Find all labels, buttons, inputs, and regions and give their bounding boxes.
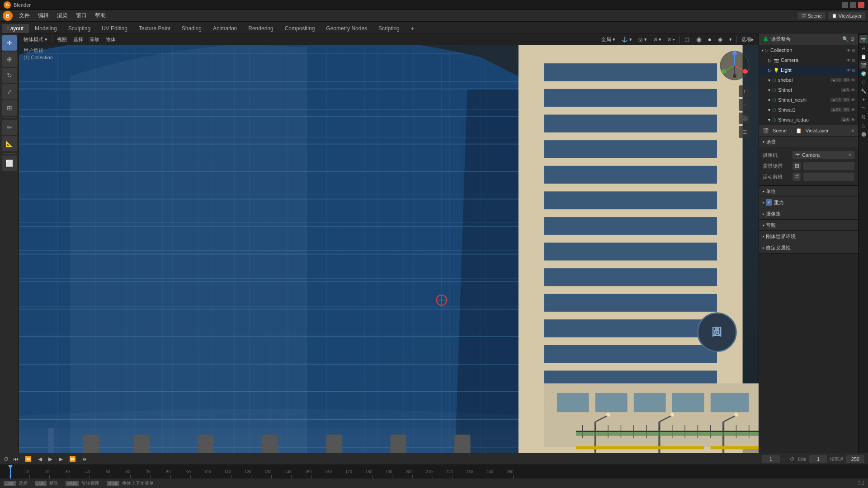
outliner-item-shinei[interactable]: ▾ ⬡ Shinei ▲3 👁 <box>759 85 858 95</box>
start-frame-input[interactable]: 1 <box>809 455 827 463</box>
end-frame-input[interactable]: 250 <box>846 455 864 463</box>
eye-icon[interactable]: 👁 <box>846 48 851 53</box>
jump-start-btn[interactable]: ⏮ <box>11 455 20 463</box>
audio-header[interactable]: ▸ 音频 <box>759 220 858 230</box>
output-props-icon[interactable]: 🖨 <box>859 44 868 52</box>
light-render-icon[interactable]: ⊙ <box>852 68 855 73</box>
collections-header[interactable]: ▸ 摄像集 <box>759 208 858 219</box>
tab-shading[interactable]: Shading <box>176 24 207 33</box>
next-frame-btn[interactable]: ▶ <box>57 455 65 463</box>
select-menu-btn[interactable]: 选择 <box>71 35 86 44</box>
shiwai-jiedao-eye-icon[interactable]: 👁 <box>851 117 855 122</box>
outliner-item-shinei-neshi[interactable]: ▾ ⬡ Shinei_neshi ▲12 99 👁 <box>759 95 858 105</box>
add-cube-tool[interactable]: ⬜ <box>2 155 17 171</box>
nav-gizmo[interactable]: Z X Y <box>719 50 750 81</box>
add-menu-btn[interactable]: 添加 <box>87 35 102 44</box>
blender-menu-icon[interactable]: B <box>3 11 13 21</box>
object-props-icon[interactable]: ⬡ <box>859 78 868 86</box>
fly-mode-btn[interactable]: ⊡ <box>739 126 750 138</box>
material-props-icon[interactable]: ⬤ <box>859 130 868 138</box>
camera-eye-icon[interactable]: 👁 <box>846 58 851 63</box>
active-clip-value[interactable] <box>803 173 854 181</box>
view-layer-props-icon[interactable]: 📋 <box>859 52 868 61</box>
next-keyframe-btn[interactable]: ⏩ <box>67 455 78 463</box>
global-select-dropdown[interactable]: 全局 ▾ <box>599 35 618 44</box>
proportional-edit-btn[interactable]: ◎ ▾ <box>636 36 650 43</box>
view-menu-btn[interactable]: 视图 <box>54 35 70 44</box>
rigid-world-header[interactable]: ▸ 刚体世界环境 <box>759 231 858 242</box>
outliner-item-shiwai1[interactable]: ▾ ⬡ Shiwai1 ▲21 99 👁 <box>759 105 858 115</box>
outliner-item-camera[interactable]: ▷ 📷 Camera 👁 ⊙ <box>759 55 858 65</box>
cursor-tool[interactable]: ✛ <box>2 35 17 51</box>
current-frame-input[interactable]: 1 <box>762 455 780 463</box>
transform-pivot-btn[interactable]: ⊙ ▾ <box>651 36 664 43</box>
shinei-neshi-eye-icon[interactable]: 👁 <box>851 98 855 103</box>
prev-keyframe-btn[interactable]: ⏪ <box>23 455 33 463</box>
maximize-btn[interactable] <box>850 2 856 8</box>
camera-view-btn[interactable]: 🎥 <box>739 113 750 124</box>
menu-item-file[interactable]: 文件 <box>15 11 33 20</box>
background-icon-btn[interactable]: 🖼 <box>793 162 801 170</box>
transform-orient-btn[interactable]: ⧄ ▾ <box>665 36 677 43</box>
camera-value-close[interactable]: ✕ <box>848 153 852 157</box>
outliner-filter-icon2[interactable]: ⊙ <box>850 36 854 42</box>
play-btn[interactable]: ▶ <box>47 455 54 463</box>
tab-sculpting[interactable]: Sculpting <box>63 24 96 33</box>
custom-props-header[interactable]: ▸ 自定义属性 <box>759 242 858 253</box>
gravity-header[interactable]: ▸ ✓ 重力 <box>759 197 858 208</box>
tab-scripting[interactable]: Scripting <box>373 24 405 33</box>
viewlayer-selector[interactable]: 📋 ViewLayer <box>828 12 865 19</box>
render-props-icon[interactable]: 📷 <box>859 35 868 43</box>
particle-props-icon[interactable]: ✦ <box>859 95 868 103</box>
render-icon[interactable]: ⊙ <box>852 48 855 53</box>
scene-props-icon[interactable]: 🎬 <box>859 61 868 69</box>
solid-mode-btn[interactable]: ◉ <box>693 35 704 44</box>
tab-compositing[interactable]: Compositing <box>279 24 321 33</box>
options-btn[interactable]: 选项▸ <box>739 35 757 44</box>
menu-item-edit[interactable]: 编辑 <box>34 11 52 20</box>
tab-modeling[interactable]: Modeling <box>29 24 62 33</box>
tab-animation[interactable]: Animation <box>208 24 242 33</box>
tab-uv-editing[interactable]: UV Editing <box>96 24 133 33</box>
scene-section-header[interactable]: ▾ 场景 <box>759 136 858 147</box>
outliner-item-shebei[interactable]: ▾ ⬡ shebei ▲12 30 👁 <box>759 75 858 85</box>
shading-options-btn[interactable]: ▾ <box>726 36 735 43</box>
close-viewlayer-btn[interactable]: ✕ <box>851 128 854 133</box>
units-header[interactable]: ▸ 单位 <box>759 186 858 197</box>
add-workspace-btn[interactable]: + <box>406 24 420 33</box>
light-eye-icon[interactable]: 👁 <box>846 68 851 73</box>
wire-mode-btn[interactable]: ◻ <box>682 35 693 44</box>
outliner-item-collection[interactable]: ▾ ▷ Collection 👁 ⊙ <box>759 45 858 55</box>
data-props-icon[interactable]: △ <box>859 121 868 129</box>
background-value[interactable] <box>803 162 854 170</box>
menu-item-render[interactable]: 渲染 <box>53 11 71 20</box>
camera-prop-value[interactable]: 📷 Camera ✕ <box>793 151 854 159</box>
tab-geometry-nodes[interactable]: Geometry Nodes <box>321 24 373 33</box>
world-props-icon[interactable]: 🌍 <box>859 70 868 78</box>
outliner-filter-icon[interactable]: 🔍 <box>842 36 849 42</box>
snap-dropdown[interactable]: ⚓ ▾ <box>619 36 635 43</box>
tab-layout[interactable]: Layout <box>2 24 29 33</box>
constraints-props-icon[interactable]: ⛓ <box>859 113 868 121</box>
fps-btn[interactable]: ⏱ <box>790 456 795 462</box>
outliner-item-shiwai-jiedao[interactable]: ▾ ⬡ Shiwai_jiedao ▲6 👁 <box>759 115 858 125</box>
zoom-out-btn[interactable]: − <box>739 99 750 111</box>
menu-item-window[interactable]: 窗口 <box>72 11 90 20</box>
zoom-in-btn[interactable]: + <box>739 85 750 97</box>
gravity-checkbox[interactable]: ✓ <box>766 199 772 206</box>
close-btn[interactable] <box>858 2 864 8</box>
object-menu-btn[interactable]: 物体 <box>103 35 118 44</box>
prev-frame-btn[interactable]: ◀ <box>36 455 44 463</box>
measure-tool[interactable]: 📐 <box>2 136 17 151</box>
shiwai1-eye-icon[interactable]: 👁 <box>851 108 855 113</box>
active-clip-icon-btn[interactable]: 🎬 <box>793 173 801 181</box>
shinei-eye-icon[interactable]: 👁 <box>851 88 855 93</box>
transform-tool[interactable]: ⊞ <box>2 100 17 116</box>
annotate-tool[interactable]: ✏ <box>2 120 17 135</box>
shebei-eye-icon[interactable]: 👁 <box>851 78 855 83</box>
minimize-btn[interactable] <box>842 2 848 8</box>
scale-tool[interactable]: ⤢ <box>2 84 17 99</box>
mode-dropdown[interactable]: 物体模式 ▾ <box>21 35 50 44</box>
tab-texture-paint[interactable]: Texture Paint <box>133 24 176 33</box>
rotate-tool[interactable]: ↻ <box>2 68 17 83</box>
